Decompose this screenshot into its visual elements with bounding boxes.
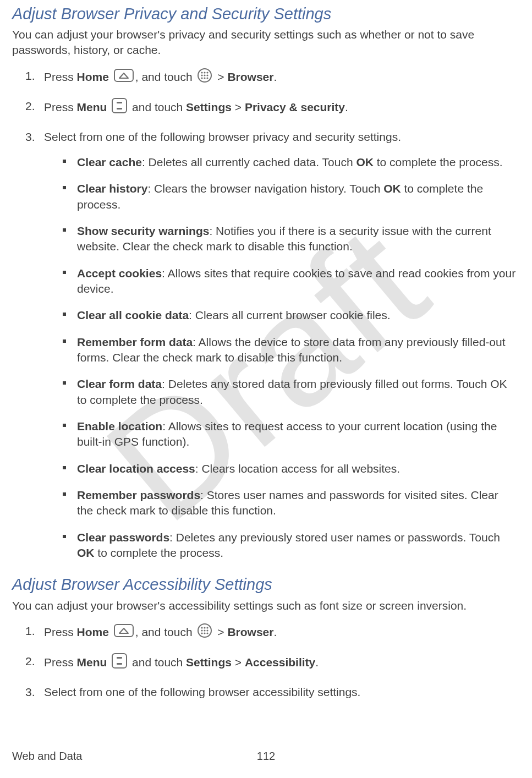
item-text: : Clears all current browser cookie file…: [189, 309, 390, 321]
menu-label: Menu: [77, 656, 107, 669]
section2-intro: You can adjust your browser's accessibil…: [12, 598, 517, 613]
step: Select from one of the following browser…: [25, 684, 517, 700]
item-label: Remember form data: [77, 336, 193, 348]
menu-icon: [112, 98, 127, 117]
item-label: Clear location access: [77, 462, 195, 475]
list-item: Accept cookies: Allows sites that requir…: [63, 266, 517, 297]
list-item: Remember form data: Allows the device to…: [63, 335, 517, 366]
menu-label: Menu: [77, 101, 107, 113]
step: Select from one of the following browser…: [25, 129, 517, 561]
item-label: Enable location: [77, 420, 162, 432]
apps-icon: [197, 68, 212, 87]
list-item: Enable location: Allows sites to request…: [63, 419, 517, 450]
menu-icon: [112, 653, 127, 672]
item-label: Clear cache: [77, 156, 142, 168]
text: Select from one of the following browser…: [44, 130, 401, 143]
page-content: Adjust Browser Privacy and Security Sett…: [0, 0, 532, 700]
text: >: [232, 656, 245, 669]
list-item: Clear location access: Clears location a…: [63, 461, 517, 476]
item-label: Show security warnings: [77, 224, 209, 237]
step: Press Home , and touch > Browser.: [25, 68, 517, 87]
item-bold2: OK: [356, 156, 374, 168]
settings-label: Settings: [186, 101, 232, 113]
list-item: Clear history: Clears the browser naviga…: [63, 181, 517, 212]
text: >: [232, 101, 245, 113]
home-icon: [114, 624, 134, 641]
section2-steps: Press Home , and touch > Browser. Press …: [12, 623, 517, 700]
step: Press Menu and touch Settings > Accessib…: [25, 654, 517, 673]
browser-label: Browser: [227, 626, 273, 638]
text: .: [273, 70, 277, 83]
section1-steps: Press Home , and touch > Browser. Press …: [12, 68, 517, 561]
browser-label: Browser: [227, 70, 273, 83]
list-item: Remember passwords: Stores user names an…: [63, 487, 517, 519]
page-footer: Web and Data 112: [0, 749, 532, 764]
item-text: : Clears location access for all website…: [195, 462, 400, 475]
item-text: : Deletes all currently cached data. Tou…: [142, 156, 357, 168]
list-item: Show security warnings: Notifies you if …: [63, 223, 517, 255]
text: Press: [44, 656, 77, 669]
text: and touch: [129, 101, 186, 113]
item-label: Clear form data: [77, 377, 162, 390]
item-label: Clear history: [77, 182, 147, 195]
home-label: Home: [77, 626, 109, 638]
text: >: [214, 626, 227, 638]
item-label: Accept cookies: [77, 267, 162, 280]
home-label: Home: [77, 70, 109, 83]
section1-heading: Adjust Browser Privacy and Security Sett…: [12, 3, 517, 25]
list-item: Clear passwords: Deletes any previously …: [63, 530, 517, 561]
apps-icon: [197, 623, 212, 642]
text: Press: [44, 101, 77, 113]
item-label: Clear all cookie data: [77, 309, 189, 321]
item-text: : Clears the browser navigation history.…: [147, 182, 383, 195]
text: .: [315, 656, 319, 669]
settings-label: Settings: [186, 656, 232, 669]
text: .: [273, 626, 277, 638]
target-label: Accessibility: [245, 656, 315, 669]
text: Select from one of the following browser…: [44, 686, 360, 698]
text: , and touch: [135, 626, 196, 638]
target-label: Privacy & security: [245, 101, 345, 113]
text: .: [345, 101, 348, 113]
text: and touch: [129, 656, 186, 669]
list-item: Clear all cookie data: Clears all curren…: [63, 308, 517, 323]
item-label: Clear passwords: [77, 531, 169, 544]
footer-page-number: 112: [257, 749, 275, 764]
item-tail: to complete the process.: [95, 546, 224, 559]
item-label: Remember passwords: [77, 489, 200, 501]
list-item: Clear cache: Deletes all currently cache…: [63, 155, 517, 170]
text: >: [214, 70, 227, 83]
home-icon: [114, 69, 134, 86]
section1-intro: You can adjust your browser's privacy an…: [12, 27, 517, 58]
text: , and touch: [135, 70, 196, 83]
settings-list: Clear cache: Deletes all currently cache…: [44, 155, 517, 561]
footer-section: Web and Data: [12, 749, 83, 764]
section2-heading: Adjust Browser Accessibility Settings: [12, 574, 517, 595]
text: Press: [44, 626, 77, 638]
item-bold2: OK: [77, 546, 95, 559]
step: Press Menu and touch Settings > Privacy …: [25, 98, 517, 118]
item-bold2: OK: [383, 182, 401, 195]
item-tail: to complete the process.: [374, 156, 503, 168]
list-item: Clear form data: Deletes any stored data…: [63, 376, 517, 408]
item-text: : Deletes any previously stored user nam…: [169, 531, 500, 544]
text: Press: [44, 70, 77, 83]
step: Press Home , and touch > Browser.: [25, 623, 517, 643]
